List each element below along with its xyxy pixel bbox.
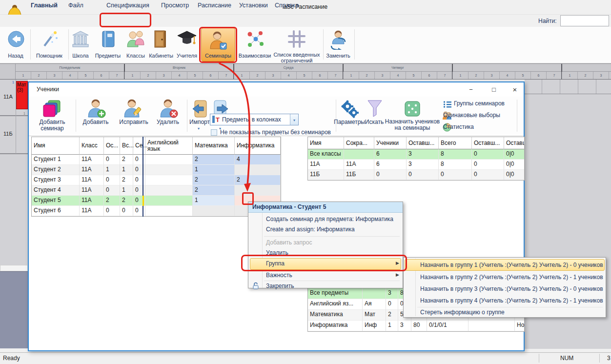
links-network-icon[interactable] bbox=[244, 29, 265, 52]
import-dropdown-caret[interactable]: ▾ bbox=[198, 126, 200, 131]
cell[interactable]: 0|0 bbox=[504, 149, 525, 160]
cell[interactable]: Математика bbox=[308, 310, 363, 321]
cell[interactable]: Студент 1 bbox=[32, 155, 80, 165]
hide-no-seminars-checkbox[interactable] bbox=[211, 129, 217, 136]
delete-button[interactable]: Удалить bbox=[152, 119, 183, 125]
col-header[interactable]: Ученики bbox=[374, 137, 407, 149]
seminar-groups-button[interactable]: Группы семинаров bbox=[454, 100, 505, 107]
menu-timetable[interactable]: Расписание bbox=[198, 2, 231, 9]
back-icon[interactable] bbox=[7, 30, 25, 50]
col-header[interactable]: Имя bbox=[32, 137, 80, 155]
cell[interactable]: 6 bbox=[374, 160, 407, 170]
col-header[interactable]: Английский язык bbox=[145, 137, 193, 155]
add-seminar-button[interactable]: Добавить семинар bbox=[32, 119, 73, 132]
cell[interactable]: 3 bbox=[386, 288, 398, 299]
cell[interactable]: Студент 2 bbox=[32, 165, 80, 175]
menu-file[interactable]: Файл bbox=[68, 2, 83, 9]
rooms-door-icon[interactable] bbox=[151, 29, 169, 51]
cell[interactable]: Студент 4 bbox=[32, 185, 80, 196]
submenu-item-assign-group-4[interactable]: Назначить в группу 4 (Учитель :(Учитель … bbox=[420, 297, 603, 304]
minimize-button[interactable]: − bbox=[462, 83, 480, 96]
replace-person-icon[interactable] bbox=[328, 29, 348, 52]
rooms-button[interactable]: Кабинеты bbox=[147, 53, 175, 59]
menu-item-create-seminar[interactable]: Создать семинар для предмета: Информатик… bbox=[266, 216, 393, 222]
assistant-wand-icon[interactable] bbox=[41, 29, 59, 51]
parameters-gears-icon[interactable] bbox=[340, 100, 360, 121]
combo-dropdown-button[interactable]: ▾ bbox=[290, 114, 298, 125]
import-icon[interactable] bbox=[192, 100, 208, 120]
subjects-book-icon[interactable] bbox=[100, 30, 117, 50]
cell[interactable]: Нор bbox=[515, 321, 525, 331]
cell[interactable]: 0/1/0/1 bbox=[427, 321, 468, 331]
lesson-card-math[interactable]: Мат(3) bbox=[16, 81, 28, 109]
school-button[interactable]: Школа bbox=[68, 53, 93, 59]
col-header[interactable]: Имя bbox=[308, 137, 344, 149]
cell[interactable]: Ая bbox=[363, 299, 386, 310]
back-button[interactable]: Назад bbox=[3, 53, 28, 59]
cell[interactable]: 0|0 bbox=[504, 160, 525, 170]
menu-specification[interactable]: Спецификация bbox=[106, 2, 149, 9]
horizontal-scrollbar[interactable] bbox=[0, 265, 28, 271]
cell[interactable]: 0 bbox=[472, 149, 504, 160]
cell[interactable]: Информатика bbox=[308, 321, 363, 331]
cell[interactable]: 8 bbox=[439, 160, 472, 170]
add-button[interactable]: Добавить bbox=[78, 119, 113, 125]
hide-no-seminars-label[interactable]: Не показывать предметы без семинаров bbox=[220, 129, 331, 136]
assign-students-button[interactable]: Назначить учеников на семинары bbox=[381, 119, 444, 131]
cell[interactable]: 0 bbox=[386, 299, 398, 310]
constraints-grid-icon[interactable] bbox=[287, 29, 306, 51]
submenu-item-clear-group[interactable]: Стереть информацию о группе bbox=[420, 309, 505, 316]
menu-view[interactable]: Просмотр bbox=[161, 2, 189, 9]
classes-button[interactable]: Классы bbox=[123, 53, 148, 59]
teachers-cap-icon[interactable] bbox=[177, 29, 197, 51]
delete-student-icon[interactable] bbox=[159, 99, 178, 121]
constraints-button[interactable]: Список введенных ограничений bbox=[273, 52, 320, 63]
find-input[interactable] bbox=[560, 15, 609, 26]
menu-item-create-assign[interactable]: Create and assign: Информатика bbox=[266, 226, 355, 233]
submenu-item-assign-group-2[interactable]: Назначить в группу 2 (Учитель :(Учитель … bbox=[420, 274, 603, 281]
cell[interactable]: 3 bbox=[398, 321, 411, 331]
same-choices-button[interactable]: Одинаковые выборы bbox=[443, 112, 500, 119]
col-header[interactable]: Ос... bbox=[104, 137, 120, 155]
col-header[interactable]: Оставшие... bbox=[504, 137, 525, 149]
cell[interactable] bbox=[363, 288, 386, 299]
col-header[interactable]: Вс... bbox=[120, 137, 133, 155]
cell[interactable]: 0 bbox=[407, 170, 439, 180]
submenu-item-assign-group-1[interactable]: Назначить в группу 1 (Учитель :(Учитель … bbox=[420, 262, 603, 268]
cell[interactable]: Студент 5 bbox=[32, 196, 80, 206]
cell[interactable]: 1 bbox=[386, 321, 398, 331]
cell[interactable]: Все классы bbox=[308, 149, 344, 160]
cell[interactable]: 6 bbox=[374, 149, 407, 160]
cell[interactable]: 11А bbox=[344, 160, 374, 170]
classes-people-icon[interactable] bbox=[126, 30, 145, 50]
col-header[interactable]: Информатика bbox=[235, 137, 281, 155]
menu-item-pin[interactable]: Закрепить bbox=[266, 283, 294, 289]
cell[interactable]: 11А bbox=[308, 160, 344, 170]
cell[interactable]: 0 bbox=[439, 170, 472, 180]
cell[interactable]: Инф bbox=[363, 321, 386, 331]
seminar-groups-icon[interactable] bbox=[443, 101, 451, 110]
col-header[interactable]: Оставш... bbox=[407, 137, 439, 149]
cell[interactable]: 2 bbox=[386, 310, 398, 321]
col-header[interactable]: Всего bbox=[439, 137, 472, 149]
close-button[interactable]: × bbox=[506, 83, 524, 96]
edit-student-icon[interactable] bbox=[123, 99, 143, 121]
school-building-icon[interactable] bbox=[72, 30, 89, 50]
search-funnel-icon[interactable] bbox=[367, 99, 383, 121]
cell[interactable]: 0 bbox=[472, 170, 504, 180]
col-header[interactable]: Оставш... bbox=[472, 137, 504, 149]
columns-mode-select[interactable]: Т Предметы в колонках ▾ bbox=[210, 114, 299, 125]
col-header[interactable]: Математика bbox=[193, 137, 235, 155]
add-student-icon[interactable] bbox=[86, 99, 106, 121]
cell[interactable]: 0 bbox=[472, 160, 504, 170]
add-seminar-icon[interactable] bbox=[42, 99, 62, 121]
menu-settings[interactable]: Установки bbox=[239, 2, 268, 9]
submenu-item-assign-group-3[interactable]: Назначить в группу 3 (Учитель :(Учитель … bbox=[420, 285, 603, 292]
cell[interactable]: Студент 6 bbox=[32, 206, 80, 216]
cell[interactable]: 0|0 bbox=[504, 170, 525, 180]
maximize-button[interactable]: □ bbox=[485, 83, 503, 96]
teachers-button[interactable]: Учителя bbox=[174, 53, 200, 59]
menu-main[interactable]: Главный bbox=[31, 2, 58, 9]
cell[interactable]: 0 bbox=[374, 170, 407, 180]
class-row-label-11a[interactable]: 11А bbox=[3, 94, 13, 100]
